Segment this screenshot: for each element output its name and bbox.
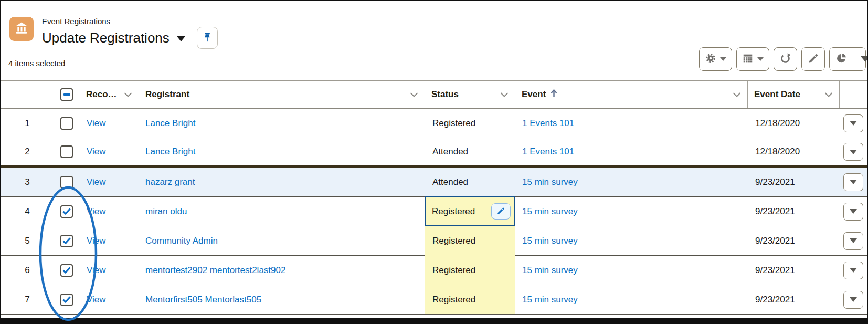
- row-checkbox[interactable]: [54, 109, 80, 138]
- column-header-status[interactable]: Status: [425, 81, 515, 108]
- row-checkbox[interactable]: [54, 168, 80, 197]
- registrations-table: Reco… Registrant Status Event: [1, 80, 867, 315]
- registrant-link[interactable]: Lance Bright: [145, 118, 195, 129]
- table-row: 2 View Lance Bright Attended 1 Events 10…: [1, 138, 867, 168]
- registrant-link[interactable]: Mentorfirst505 Mentorlast505: [145, 295, 261, 305]
- row-number: 3: [1, 168, 54, 197]
- row-actions-button[interactable]: [843, 262, 863, 279]
- registrant-link[interactable]: hazarz grant: [145, 177, 195, 187]
- status-cell[interactable]: Registered: [425, 226, 515, 256]
- status-cell[interactable]: Attended: [425, 138, 515, 168]
- triangle-down-icon: [850, 238, 857, 243]
- edit-list-button[interactable]: [801, 47, 825, 71]
- chevron-down-icon[interactable]: [124, 89, 132, 100]
- event-date-cell: 9/23/2021: [748, 197, 840, 226]
- event-link[interactable]: 15 min survey: [522, 265, 578, 276]
- pencil-icon: [496, 206, 505, 217]
- view-link[interactable]: View: [87, 177, 106, 187]
- event-link[interactable]: 1 Events 101: [522, 118, 574, 129]
- registrant-link[interactable]: Community Admin: [145, 236, 218, 246]
- chevron-down-icon: [757, 57, 764, 61]
- view-link[interactable]: View: [87, 236, 106, 246]
- charts-button[interactable]: [830, 48, 853, 70]
- status-cell[interactable]: Registered: [425, 285, 515, 315]
- display-as-button[interactable]: [736, 47, 769, 71]
- triangle-down-icon: [850, 121, 857, 126]
- row-number: 4: [1, 197, 54, 226]
- row-actions-button[interactable]: [843, 114, 863, 132]
- view-link[interactable]: View: [87, 147, 106, 157]
- refresh-button[interactable]: [774, 47, 797, 71]
- view-link[interactable]: View: [87, 206, 106, 217]
- status-cell[interactable]: Attended: [425, 168, 515, 197]
- column-header-record[interactable]: Reco…: [80, 81, 139, 108]
- event-link[interactable]: 15 min survey: [522, 295, 578, 305]
- column-header-event-date[interactable]: Event Date: [748, 81, 840, 108]
- column-header-registrant[interactable]: Registrant: [139, 81, 425, 108]
- pin-list-view-button[interactable]: [197, 27, 218, 49]
- row-number-header: [1, 81, 54, 108]
- select-all-checkbox[interactable]: [54, 81, 80, 108]
- view-link[interactable]: View: [87, 118, 106, 129]
- registrant-link[interactable]: miran oldu: [145, 206, 187, 217]
- triangle-down-icon: [861, 56, 868, 62]
- row-checkbox-checked[interactable]: [54, 226, 80, 256]
- event-date-cell: 12/18/2020: [748, 138, 840, 168]
- event-link[interactable]: 15 min survey: [522, 206, 578, 217]
- charts-dropdown-button[interactable]: [861, 48, 868, 70]
- chevron-down-icon[interactable]: [500, 89, 509, 100]
- view-link[interactable]: View: [87, 295, 106, 305]
- row-checkbox[interactable]: [54, 138, 80, 168]
- bank-icon: [14, 20, 29, 37]
- row-actions-button[interactable]: [843, 143, 863, 161]
- view-selector-caret-down-icon[interactable]: [177, 36, 185, 41]
- inline-edit-button[interactable]: [491, 203, 511, 220]
- row-actions-button[interactable]: [843, 173, 863, 191]
- gear-icon: [705, 53, 716, 66]
- list-view-toolbar: [699, 47, 866, 71]
- status-cell[interactable]: Registered: [425, 256, 515, 285]
- column-header-event[interactable]: Event: [515, 81, 748, 108]
- triangle-down-icon: [850, 150, 857, 154]
- view-link[interactable]: View: [87, 265, 106, 276]
- pin-icon: [202, 31, 213, 45]
- list-view-controls-button[interactable]: [699, 47, 732, 71]
- row-number: 5: [1, 226, 54, 256]
- event-link[interactable]: 1 Events 101: [522, 147, 574, 157]
- row-actions-button[interactable]: [843, 291, 863, 309]
- triangle-down-icon: [850, 180, 857, 184]
- list-view-title: Update Registrations: [42, 29, 170, 46]
- chevron-down-icon[interactable]: [733, 89, 741, 100]
- status-cell-editing[interactable]: Registered: [425, 197, 515, 226]
- row-actions-button[interactable]: [843, 232, 863, 250]
- triangle-down-icon: [850, 209, 857, 214]
- event-registrations-app-icon: [9, 17, 34, 41]
- row-checkbox-checked[interactable]: [54, 256, 80, 285]
- triangle-down-icon: [850, 268, 857, 273]
- charts-button-group: [829, 47, 866, 71]
- event-date-cell: 9/23/2021: [748, 285, 840, 315]
- triangle-down-icon: [850, 297, 857, 302]
- status-cell[interactable]: Registered: [425, 109, 515, 138]
- pencil-icon: [808, 53, 819, 66]
- event-link[interactable]: 15 min survey: [522, 177, 578, 187]
- refresh-icon: [779, 53, 791, 66]
- registrant-link[interactable]: mentortest2902 mentortest2last902: [145, 265, 285, 276]
- row-checkbox-checked[interactable]: [54, 285, 80, 315]
- table-row: 5 View Community Admin Registered 15 min…: [1, 226, 867, 256]
- event-date-cell: 9/23/2021: [748, 226, 840, 256]
- chevron-down-icon: [720, 57, 726, 61]
- actions-column-header: [840, 81, 867, 108]
- chevron-down-icon[interactable]: [824, 89, 833, 100]
- window-bottom-edge: [1, 318, 867, 323]
- table-row: 6 View mentortest2902 mentortest2last902…: [1, 256, 867, 285]
- row-actions-button[interactable]: [843, 203, 863, 221]
- chevron-down-icon[interactable]: [410, 89, 418, 100]
- row-checkbox-checked[interactable]: [54, 197, 80, 226]
- page-title-block: Event Registrations Update Registrations: [42, 17, 218, 49]
- registrant-link[interactable]: Lance Bright: [145, 147, 195, 157]
- event-date-cell: 9/23/2021: [748, 168, 840, 197]
- event-link[interactable]: 15 min survey: [522, 236, 578, 246]
- table-icon: [742, 53, 754, 66]
- items-selected-count: 4 items selected: [8, 59, 65, 68]
